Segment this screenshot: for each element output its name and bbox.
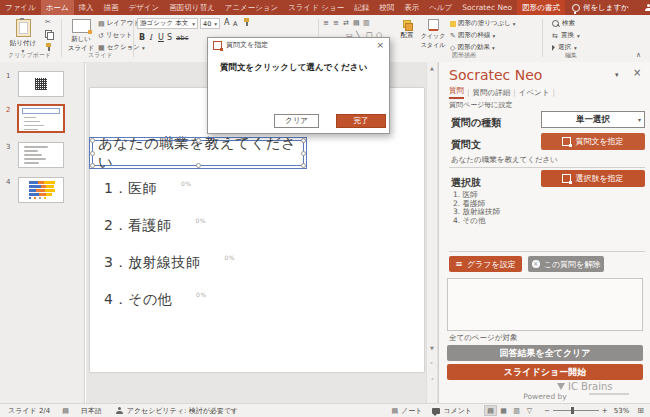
bullets-button[interactable]: ≡ <box>323 19 329 27</box>
selection-handle[interactable] <box>90 151 95 156</box>
share-button[interactable]: 共有 <box>636 0 650 15</box>
tab-record[interactable]: 記録 <box>349 0 374 15</box>
shrink-font-button[interactable]: A <box>233 20 237 28</box>
underline-button[interactable]: U <box>158 33 164 42</box>
language-indicator[interactable]: 日本語 <box>81 406 102 416</box>
shape-fill-button[interactable]: 図形の塗りつぶし ▾ <box>450 19 516 28</box>
tab-socratec-neo[interactable]: Socratec Neo <box>457 0 517 15</box>
shape-outline-button[interactable]: ✎ 図形の枠線 ▾ <box>450 31 495 40</box>
text-shadow-button[interactable]: S <box>167 33 172 42</box>
fit-to-window-button[interactable]: ⊞ <box>637 406 644 415</box>
start-slideshow-button[interactable]: スライドショー開始 <box>447 364 643 380</box>
new-slide-button[interactable]: 新しい スライド <box>66 19 96 53</box>
set-choices-button[interactable]: 選択肢を指定 <box>541 170 645 187</box>
tab-shape-format[interactable]: 図形の書式 <box>517 0 565 15</box>
zoom-slider[interactable] <box>553 410 599 411</box>
font-name-combobox[interactable]: 游ゴシック 本文 ▾ <box>137 18 198 29</box>
comments-toggle[interactable]: コメント <box>443 406 472 416</box>
slide-thumbnail-3[interactable] <box>18 142 64 168</box>
question-type-dropdown[interactable]: 単一選択 ▾ <box>541 111 645 128</box>
dialog-done-button[interactable]: 完了 <box>336 114 386 128</box>
accessibility-status[interactable]: アクセシビリティ: 検討が必要です <box>127 406 238 416</box>
selection-handle[interactable] <box>301 163 306 168</box>
tab-slideshow[interactable]: スライド ショー <box>283 0 349 15</box>
editor-scrollbar[interactable]: ▲ ▼ « « <box>426 62 438 403</box>
strikethrough-button[interactable]: abc <box>176 34 189 42</box>
tab-transitions[interactable]: 画面切り替え <box>164 0 219 15</box>
selection-handle[interactable] <box>90 138 95 143</box>
pane-tab-question-details[interactable]: 質問の詳細 <box>473 88 511 98</box>
zoom-level[interactable]: 53% <box>614 407 630 415</box>
brand-logo-icon <box>557 383 565 390</box>
tab-view[interactable]: 表示 <box>399 0 424 15</box>
normal-view-button[interactable]: ▤ <box>484 405 497 416</box>
slideshow-view-button[interactable]: ▽ <box>523 405 536 416</box>
slide-sorter-view-button[interactable]: ▦ <box>497 405 510 416</box>
tab-animations[interactable]: アニメーション <box>220 0 284 15</box>
previous-slide-button[interactable]: « <box>427 360 437 366</box>
indent-button[interactable]: ⇄ <box>343 19 349 27</box>
zoom-slider-thumb[interactable] <box>571 407 574 414</box>
grow-font-button[interactable]: A <box>224 18 229 27</box>
question-title-textbox[interactable]: あなたの職業を教えてください <box>92 140 304 166</box>
slide-thumbnail-4[interactable] <box>18 177 64 203</box>
notes-toggle[interactable]: ノート <box>401 406 422 416</box>
clear-formatting-button[interactable] <box>243 18 251 28</box>
choice-item-4[interactable]: 4．その他0% <box>104 291 207 309</box>
arrange-button[interactable]: 配置 <box>396 20 418 40</box>
italic-button[interactable]: I <box>149 33 152 42</box>
release-question-button[interactable]: × この質問を解除 <box>528 256 604 272</box>
selection-handle[interactable] <box>196 138 201 143</box>
dialog-clear-button[interactable]: クリア <box>274 114 319 128</box>
columns-button[interactable]: ▥ <box>363 19 370 27</box>
cut-button[interactable]: ✂ <box>45 18 51 26</box>
quick-styles-button[interactable]: クイック スタイル <box>420 19 446 50</box>
find-button[interactable]: 検索 <box>552 19 575 28</box>
chevron-down-icon: ▾ <box>214 21 217 27</box>
selection-handle[interactable] <box>90 163 95 168</box>
choice-item-1[interactable]: 1．医師0% <box>104 180 191 198</box>
paste-button[interactable]: 貼り付け ▾ <box>6 19 40 54</box>
tab-home[interactable]: ホーム <box>41 0 74 15</box>
pane-tab-events[interactable]: イベント <box>519 88 550 98</box>
question-list-box[interactable] <box>447 278 643 331</box>
slide-thumbnail-2-selected[interactable] <box>17 104 65 133</box>
dialog-close-button[interactable]: × <box>376 40 384 50</box>
selection-handle[interactable] <box>301 138 306 143</box>
pane-close-button[interactable]: × <box>633 67 641 78</box>
collapse-ribbon-button[interactable]: ∧ <box>636 51 641 59</box>
reading-view-button[interactable]: ▥ <box>510 405 523 416</box>
selection-handle[interactable] <box>196 163 201 168</box>
replace-button[interactable]: ⇆ 置換 ▾ <box>552 31 580 40</box>
numbering-button[interactable]: ≡ <box>333 19 339 27</box>
line-spacing-button[interactable]: ▤ <box>353 19 360 27</box>
set-graph-button[interactable]: ≡ グラフを設定 <box>449 256 522 272</box>
copy-button[interactable] <box>45 30 53 40</box>
zoom-out-button[interactable]: − <box>544 407 550 415</box>
set-question-text-button[interactable]: 質問文を指定 <box>541 133 645 150</box>
tab-review[interactable]: 校閲 <box>374 0 399 15</box>
zoom-in-button[interactable]: + <box>602 407 608 415</box>
tab-help[interactable]: ヘルプ <box>424 0 457 15</box>
lightbulb-icon <box>572 4 580 12</box>
font-size-combobox[interactable]: 40 ▾ <box>200 18 220 29</box>
pane-options-caret[interactable]: ▾ <box>615 71 619 79</box>
reset-button[interactable]: ↺ リセット <box>98 31 132 40</box>
tab-insert[interactable]: 挿入 <box>74 0 99 15</box>
tab-draw[interactable]: 描画 <box>99 0 124 15</box>
pane-tab-question[interactable]: 質問 <box>449 86 464 99</box>
tab-design[interactable]: デザイン <box>124 0 165 15</box>
tell-me-box[interactable]: 何をしますか <box>565 0 636 15</box>
choice-item-2[interactable]: 2．看護師0% <box>104 217 206 235</box>
selection-handle[interactable] <box>301 151 306 156</box>
scroll-down-button[interactable]: ▼ <box>427 345 437 351</box>
scroll-up-button[interactable]: ▲ <box>427 65 437 71</box>
choice-item-3[interactable]: 3．放射線技師0% <box>104 254 235 272</box>
slide-thumbnail-1[interactable] <box>18 71 64 97</box>
bold-button[interactable]: B <box>139 33 145 42</box>
reset-label: リセット <box>106 31 133 40</box>
next-slide-button[interactable]: « <box>427 376 437 382</box>
clear-all-results-button[interactable]: 回答結果を全てクリア <box>447 345 643 361</box>
tab-file[interactable]: ファイル <box>0 0 41 15</box>
proofing-icon[interactable]: ▤ <box>62 407 69 415</box>
